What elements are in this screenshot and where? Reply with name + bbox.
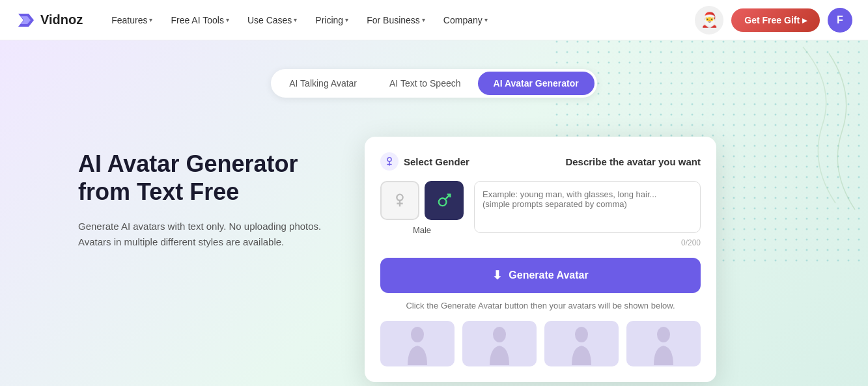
nav-item-pricing[interactable]: Pricing ▾ <box>307 11 356 29</box>
card-footer-note: Click the Generate Avatar button then yo… <box>380 301 701 310</box>
avatar-preview-4 <box>626 321 701 366</box>
svg-point-12 <box>575 327 588 342</box>
selected-gender-label: Male <box>413 225 431 235</box>
tab-ai-talking-avatar[interactable]: AI Talking Avatar <box>273 72 372 95</box>
tab-ai-text-to-speech[interactable]: AI Text to Speech <box>374 72 476 95</box>
gender-icon <box>380 152 399 171</box>
tab-ai-avatar-generator[interactable]: AI Avatar Generator <box>478 72 595 95</box>
avatar-generator-card: Select Gender Describe the avatar you wa… <box>365 137 716 382</box>
gender-options <box>380 181 464 220</box>
char-count: 0/200 <box>474 238 701 247</box>
card-body: Male 0/200 <box>380 181 701 247</box>
page-description: Generate AI avatars with text only. No u… <box>78 219 326 250</box>
describe-textarea[interactable] <box>474 181 701 233</box>
avatar-previews <box>380 321 701 366</box>
chevron-icon: ▾ <box>226 16 229 23</box>
tab-container: AI Talking Avatar AI Text to Speech AI A… <box>271 69 597 98</box>
svg-point-10 <box>411 327 424 342</box>
male-gender-button[interactable] <box>425 181 464 220</box>
svg-point-4 <box>387 158 391 161</box>
nav-item-company[interactable]: Company ▾ <box>436 11 496 29</box>
female-gender-button[interactable] <box>380 181 419 220</box>
gift-button[interactable]: Get Free Gift ▸ <box>731 8 820 32</box>
chevron-icon: ▾ <box>422 16 425 23</box>
chevron-icon: ▾ <box>345 16 348 23</box>
svg-point-8 <box>439 199 447 206</box>
generate-avatar-button[interactable]: ⬇ Generate Avatar <box>380 258 701 293</box>
svg-point-5 <box>397 195 402 200</box>
nav-items: Features ▾ Free AI Tools ▾ Use Cases ▾ P… <box>104 11 695 29</box>
santa-icon: 🎅 <box>695 6 723 34</box>
chevron-icon: ▾ <box>294 16 297 23</box>
navbar: Vidnoz Features ▾ Free AI Tools ▾ Use Ca… <box>0 0 868 40</box>
svg-point-11 <box>493 327 506 342</box>
describe-label: Describe the avatar you want <box>565 156 701 167</box>
logo-text: Vidnoz <box>40 12 83 27</box>
logo[interactable]: Vidnoz <box>16 10 83 31</box>
hero-section: AI Talking Avatar AI Text to Speech AI A… <box>0 40 868 386</box>
tabs-row: AI Talking Avatar AI Text to Speech AI A… <box>0 40 868 98</box>
svg-point-13 <box>657 327 670 342</box>
page-title: AI Avatar Generatorfrom Text Free <box>78 150 326 206</box>
nav-right: 🎅 Get Free Gift ▸ F <box>695 6 852 34</box>
card-header: Select Gender Describe the avatar you wa… <box>380 152 701 171</box>
chevron-icon: ▾ <box>149 16 152 23</box>
main-content: AI Avatar Generatorfrom Text Free Genera… <box>0 111 868 382</box>
avatar-preview-3 <box>544 321 619 366</box>
select-gender-section: Select Gender <box>380 152 469 171</box>
nav-item-use-cases[interactable]: Use Cases ▾ <box>240 11 305 29</box>
nav-item-for-business[interactable]: For Business ▾ <box>359 11 433 29</box>
left-text-area: AI Avatar Generatorfrom Text Free Genera… <box>78 137 326 250</box>
download-icon: ⬇ <box>492 268 502 283</box>
user-avatar[interactable]: F <box>828 8 852 33</box>
describe-area: 0/200 <box>474 181 701 247</box>
avatar-preview-2 <box>462 321 537 366</box>
nav-item-features[interactable]: Features ▾ <box>104 11 160 29</box>
gender-selector: Male <box>380 181 464 235</box>
avatar-preview-1 <box>380 321 455 366</box>
chevron-icon: ▾ <box>484 16 488 23</box>
nav-item-free-ai-tools[interactable]: Free AI Tools ▾ <box>163 11 236 29</box>
select-gender-label-text: Select Gender <box>404 156 469 167</box>
